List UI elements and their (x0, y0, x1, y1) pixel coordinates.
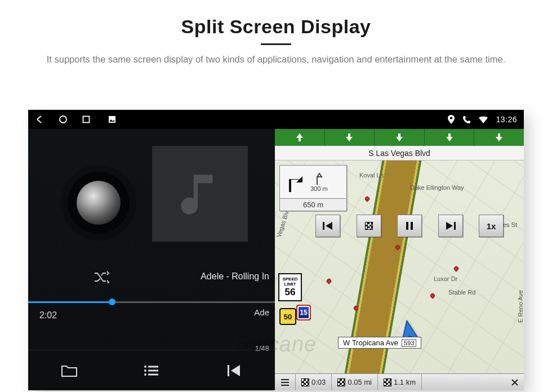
street-label-stable: Stable Rd (448, 289, 475, 296)
poi-marker[interactable] (364, 195, 370, 202)
turn-left-icon (283, 170, 308, 194)
gps-icon (448, 115, 455, 124)
previous-track-icon[interactable] (221, 358, 246, 383)
home-icon[interactable] (59, 115, 68, 124)
wifi-icon (479, 116, 488, 123)
svg-point-3 (450, 117, 452, 119)
svg-point-4 (144, 366, 146, 368)
progress-track[interactable] (28, 301, 275, 303)
music-player-pane: Adele - Rolling In Ade 1/48 2:02 (28, 129, 275, 390)
bottom-street-address: 593 (402, 339, 416, 347)
svg-point-8 (144, 373, 146, 376)
street-label-reno: E Reno Ave (517, 290, 524, 323)
turn-instruction-box: 300 m 650 m (279, 165, 347, 211)
play-dial[interactable] (77, 181, 121, 225)
street-label-duke: Duke Ellington Way (410, 184, 464, 191)
map-controls: 1x (315, 215, 504, 237)
time-elapsed: 2:02 (39, 310, 57, 320)
svg-rect-9 (148, 373, 158, 375)
progress-fill (28, 301, 112, 303)
street-label-koval: Koval Ln (359, 172, 384, 179)
checkered-flag-icon (384, 378, 391, 386)
poi-marker[interactable] (453, 265, 459, 271)
svg-point-0 (60, 116, 66, 123)
poi-marker[interactable] (326, 278, 332, 284)
nav-footer: 0:03 0.05 mi 1.1 km (275, 373, 524, 390)
footer-eta: 0:03 (296, 374, 332, 390)
device-screen: 13:26 Adele - Rolling In Ade 1/48 (28, 110, 524, 390)
image-notification-icon[interactable] (108, 115, 116, 123)
svg-rect-17 (281, 385, 289, 386)
title-underline (261, 43, 291, 45)
street-label-luxor: Luxor Dr (434, 275, 457, 282)
route-marker: 50 (279, 308, 296, 325)
recents-icon[interactable] (82, 115, 90, 123)
footer-close-button[interactable] (506, 374, 524, 390)
footer-dist-remaining: 0.05 mi (332, 374, 378, 390)
footer-menu-button[interactable] (275, 374, 296, 390)
svg-rect-13 (411, 222, 413, 230)
lane-arrow (275, 129, 325, 146)
footer-dist-next: 1.1 km (378, 374, 422, 390)
checkered-flag-icon (301, 378, 309, 386)
street-label-vegas-blvd: Vegas Blvd (275, 207, 291, 238)
lane-arrow (375, 129, 425, 146)
progress-thumb[interactable] (109, 299, 115, 305)
svg-rect-2 (109, 116, 115, 123)
track-title-text: Adele - Rolling In (201, 270, 269, 283)
status-bar: 13:26 (28, 110, 524, 129)
back-icon[interactable] (35, 115, 44, 124)
svg-rect-15 (281, 379, 289, 380)
close-icon (511, 379, 518, 386)
lane-arrow (474, 129, 524, 146)
lane-guidance-bar (275, 129, 524, 146)
footer-eta-value: 0:03 (311, 378, 326, 386)
pause-button[interactable] (397, 215, 422, 237)
svg-rect-14 (454, 222, 456, 230)
speed-limit-sign: SPEED LIMIT 56 (278, 273, 302, 301)
navigation-pane: Koval Ln Duke Ellington Way Giles St Veg… (275, 129, 524, 390)
folder-icon[interactable] (57, 358, 82, 383)
highway-shield: 15 (296, 305, 311, 320)
menu-icon (281, 378, 290, 387)
album-art-placeholder (152, 146, 248, 242)
svg-rect-10 (228, 365, 229, 376)
skip-forward-button[interactable] (438, 215, 463, 237)
bottom-street-label: W Tropicana Ave 593 (338, 337, 421, 349)
phone-icon (462, 115, 471, 124)
svg-rect-1 (83, 117, 90, 123)
next-turn-dist: 300 m (310, 185, 328, 192)
bottom-street-name: W Tropicana Ave (343, 338, 398, 347)
lane-arrow (425, 129, 475, 146)
poi-marker[interactable] (429, 292, 435, 299)
track-artist-text: Ade (201, 307, 269, 318)
svg-point-6 (144, 369, 146, 372)
current-street-banner: S Las Vegas Blvd (275, 146, 524, 161)
next-turn-mini: 300 m (310, 172, 328, 192)
svg-rect-7 (148, 369, 158, 371)
page-title: Split Screen Display (0, 16, 552, 38)
destination-button[interactable] (357, 215, 381, 237)
skip-back-button[interactable] (315, 215, 340, 237)
speed-limit-value: 56 (285, 287, 296, 297)
svg-rect-5 (148, 366, 158, 367)
clock: 13:26 (496, 115, 517, 124)
lane-arrow (325, 129, 375, 146)
footer-dist-remaining-value: 0.05 mi (348, 378, 372, 386)
footer-dist-next-value: 1.1 km (394, 378, 416, 386)
music-bottom-bar (28, 350, 275, 390)
playback-speed-button[interactable]: 1x (479, 215, 504, 237)
svg-rect-11 (323, 222, 324, 230)
checkered-flag-icon (337, 378, 345, 386)
speed-limit-label: SPEED LIMIT (282, 277, 297, 287)
playlist-icon[interactable] (139, 358, 164, 383)
page-subtitle: It supports the same screen display of t… (28, 53, 524, 66)
shuffle-icon[interactable] (94, 271, 109, 286)
turn-distance: 650 m (280, 198, 346, 211)
svg-rect-12 (406, 222, 408, 230)
svg-rect-16 (281, 382, 289, 383)
music-note-icon (175, 168, 225, 219)
